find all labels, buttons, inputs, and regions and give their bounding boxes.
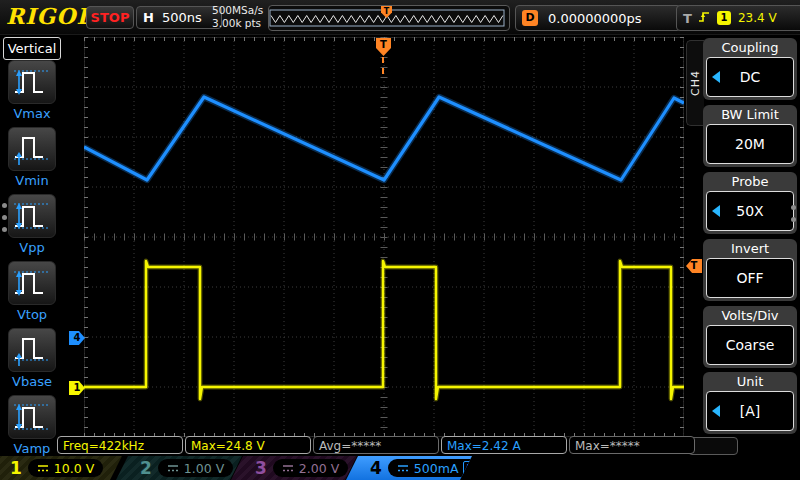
vamp-icon [8,395,56,439]
vamp-button[interactable]: Vamp [7,395,57,456]
vmin-label: Vmin [7,173,57,188]
measurement-max2[interactable]: Max=***** [569,436,695,454]
waveform-display [84,37,684,437]
channel-status-bar: 1 10.0 V 2 1.00 V 3 2.00 V 4 500mA B [0,456,800,480]
left-menu-page-dot [2,215,7,220]
memory-depth: 3.00k pts [212,17,263,30]
coupling-label: Coupling [703,38,797,57]
left-menu-title: Vertical [3,37,61,60]
dc-coupling-icon [167,464,179,473]
channel-3-scale: 2.00 V [273,459,348,477]
vbase-icon [8,328,56,372]
right-menu-page-dot [791,217,796,222]
vbase-button[interactable]: Vbase [7,328,57,389]
trigger-position-dashes [382,57,384,74]
vmin-icon [8,127,56,171]
dc-coupling-icon [282,464,294,473]
channel-4-number: 4 [370,458,382,478]
measurement-avg[interactable]: Avg=***** [313,436,439,454]
channel-1-block[interactable]: 1 10.0 V [0,456,122,480]
unit-label: Unit [703,372,797,391]
vpp-icon [8,194,56,238]
channel-2-block[interactable]: 2 1.00 V [116,456,242,480]
channel-2-scale: 1.00 V [158,459,233,477]
select-triangle-icon [712,405,720,417]
bw-limit-label: BW Limit [703,105,797,124]
top-status-bar: RIGOL STOP H 500ns 500MSa/s 3.00k pts T … [0,0,800,35]
channel-1-scale: 10.0 V [28,459,103,477]
channel-1-number: 1 [10,458,22,478]
probe-value[interactable]: 50X [706,191,794,231]
vpp-label: Vpp [7,240,57,255]
invert-label: Invert [703,239,797,258]
channel-3-block[interactable]: 3 2.00 V [231,456,357,480]
coupling-value[interactable]: DC [706,57,794,97]
channel-4-scale: 500mA B [388,459,486,477]
menu-item-volts-div[interactable]: Volts/Div Coarse [703,306,797,368]
ch1-zero-marker[interactable]: 1 [69,381,85,395]
ch4-zero-marker[interactable]: 4 [69,331,85,345]
trigger-level-marker[interactable]: T [686,259,702,273]
dc-coupling-icon [37,464,49,473]
vbase-label: Vbase [7,374,57,389]
menu-item-unit[interactable]: Unit [A] [703,372,797,434]
vmax-button[interactable]: Vmax [7,60,57,121]
delay-indicator: D 0.00000000ps [515,5,681,31]
delay-icon: D [522,10,538,26]
invert-value[interactable]: OFF [706,258,794,298]
dc-coupling-icon [397,464,409,473]
right-menu-page-dot [791,205,796,210]
trigger-source-badge: 1 [717,11,731,25]
vmax-label: Vmax [7,106,57,121]
timebase-indicator[interactable]: H 500ns [136,6,222,29]
vtop-button[interactable]: Vtop [7,261,57,322]
trigger-label: T [683,11,692,26]
measurement-max-v[interactable]: Max=24.8 V [185,436,311,454]
left-menu-page-dot [2,203,7,208]
menu-item-probe[interactable]: Probe 50X [703,172,797,234]
horizontal-label: H [143,10,154,25]
channel-menu-tab: CH4 [686,40,704,126]
trigger-level-value: 23.4 V [738,11,777,25]
sample-rate: 500MSa/s [212,4,263,17]
menu-item-bw-limit[interactable]: BW Limit 20M [703,105,797,167]
left-menu-page-dot [2,227,7,232]
vmax-icon [8,60,56,104]
vmin-button[interactable]: Vmin [7,127,57,188]
trigger-indicator: T 1 23.4 V [676,5,800,31]
rising-edge-icon [697,9,712,28]
measurement-freq[interactable]: Freq=422kHz [57,436,183,454]
vtop-icon [8,261,56,305]
acquisition-info: 500MSa/s 3.00k pts [212,4,263,30]
probe-label: Probe [703,172,797,191]
unit-value[interactable]: [A] [706,391,794,431]
measurement-max-a[interactable]: Max=2.42 A [441,436,567,454]
select-triangle-icon [712,71,720,83]
select-triangle-icon [712,205,720,217]
channel-menu-tab-label: CH4 [689,70,702,96]
vpp-button[interactable]: Vpp [7,194,57,255]
delay-value: 0.00000000ps [548,11,642,26]
bw-limit-value[interactable]: 20M [706,124,794,164]
volts-div-value[interactable]: Coarse [706,325,794,365]
vamp-label: Vamp [7,441,57,456]
vtop-label: Vtop [7,307,57,322]
timebase-value: 500ns [162,10,202,25]
menu-item-coupling[interactable]: Coupling DC [703,38,797,100]
volts-div-label: Volts/Div [703,306,797,325]
channel-4-block[interactable]: 4 500mA B [346,456,472,480]
channel-2-number: 2 [140,458,152,478]
run-state-indicator: STOP [86,6,134,29]
bw-limit-badge: B [463,461,476,476]
rigol-logo: RIGOL [6,3,93,29]
graticule-and-waveforms [84,37,684,437]
menu-item-invert[interactable]: Invert OFF [703,239,797,301]
menu-footer-button[interactable] [688,437,738,455]
channel-3-number: 3 [255,458,267,478]
